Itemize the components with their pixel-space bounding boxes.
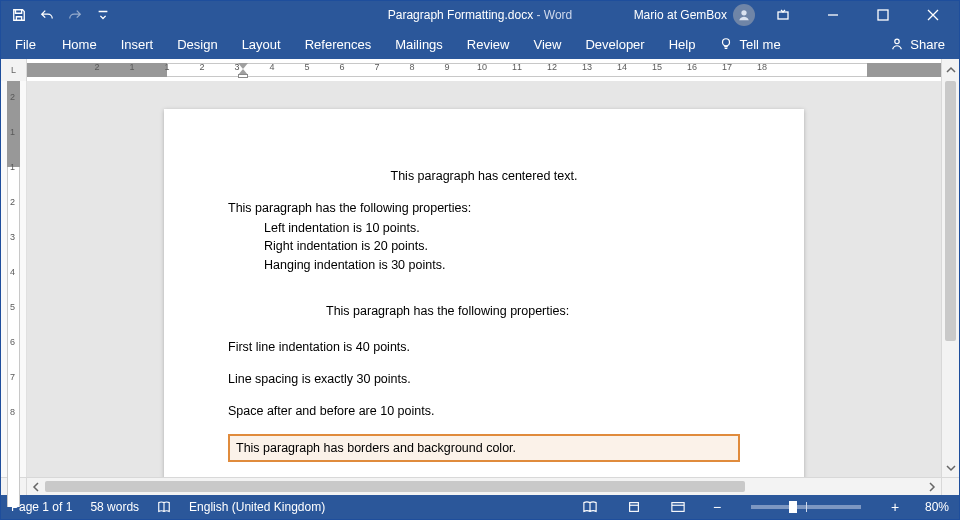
ruler-number: 11 [512,62,522,72]
ruler-number: 1 [10,162,15,172]
ruler-number: 9 [444,62,449,72]
ruler-number: 3 [10,232,15,242]
restore-button[interactable] [861,1,905,29]
zoom-out-button[interactable]: − [709,499,725,515]
ruler-number: 2 [10,92,15,102]
ruler-number: 4 [269,62,274,72]
ruler-number: 5 [10,302,15,312]
tab-help[interactable]: Help [657,29,708,59]
paragraph-left-indent[interactable]: Left indentation is 10 points. [228,219,740,237]
qat-customize-dropdown[interactable] [91,4,115,26]
ruler-number: 7 [10,372,15,382]
svg-rect-6 [672,503,684,512]
tab-developer[interactable]: Developer [573,29,656,59]
redo-button[interactable] [63,4,87,26]
tab-view[interactable]: View [521,29,573,59]
zoom-slider[interactable] [751,505,861,509]
word-count-status[interactable]: 58 words [90,500,139,514]
paragraph-right-indent[interactable]: Right indentation is 20 points. [228,237,740,255]
paragraph-props-intro[interactable]: This paragraph has the following propert… [228,199,740,217]
tell-me-search[interactable]: Tell me [707,29,792,59]
ruler-number: 6 [10,337,15,347]
spellcheck-status[interactable] [157,500,171,514]
scroll-up-button[interactable] [941,59,959,81]
lightbulb-icon [719,37,733,51]
scroll-left-button[interactable] [27,478,45,495]
zoom-level[interactable]: 80% [925,500,949,514]
svg-rect-1 [778,12,788,19]
tab-references[interactable]: References [293,29,383,59]
user-account[interactable]: Mario at GemBox [634,4,755,26]
zoom-slider-knob[interactable] [789,501,797,513]
paragraph-hanging-indent[interactable]: Hanging indentation is 30 points. [228,256,740,274]
paragraph-space-before-after[interactable]: Space after and before are 10 points. [228,402,740,420]
ruler-number: 17 [722,62,732,72]
ruler-number: 13 [582,62,592,72]
ruler-number: 1 [129,62,134,72]
minimize-button[interactable] [811,1,855,29]
scroll-right-button[interactable] [923,478,941,495]
page-number-status[interactable]: Page 1 of 1 [11,500,72,514]
vertical-scrollbar[interactable] [941,81,959,477]
ruler-number: 2 [10,197,15,207]
ruler-number: 8 [409,62,414,72]
ruler-number: 1 [164,62,169,72]
horizontal-scrollbar[interactable] [1,477,959,495]
undo-button[interactable] [35,4,59,26]
tab-file[interactable]: File [1,29,50,59]
save-button[interactable] [7,4,31,26]
user-name: Mario at GemBox [634,8,727,22]
tab-home[interactable]: Home [50,29,109,59]
ruler-number: 6 [339,62,344,72]
tab-design[interactable]: Design [165,29,229,59]
ruler-number: 5 [304,62,309,72]
horizontal-ruler[interactable]: 21123456789101112131415161718 [27,59,941,81]
print-layout-view-button[interactable] [621,497,647,517]
ruler-number: 15 [652,62,662,72]
svg-rect-2 [878,10,888,20]
ruler-number: 4 [10,267,15,277]
paragraph-firstline[interactable]: First line indentation is 40 points. [228,338,740,356]
language-status[interactable]: English (United Kingdom) [189,500,325,514]
ruler-number: 2 [94,62,99,72]
share-button[interactable]: Share [876,37,959,52]
ruler-number: 8 [10,407,15,417]
document-viewport[interactable]: This paragraph has centered text. This p… [27,81,941,477]
status-bar: Page 1 of 1 58 words English (United Kin… [1,495,959,519]
vertical-ruler[interactable]: 2112345678 [1,81,27,477]
ruler-number: 7 [374,62,379,72]
title-bar-right: Mario at GemBox [634,1,959,29]
paragraph-linespacing[interactable]: Line spacing is exactly 30 points. [228,370,740,388]
hscroll-thumb[interactable] [45,481,745,492]
paragraph-bordered[interactable]: This paragraph has borders and backgroun… [228,434,740,462]
scroll-down-button[interactable] [942,459,959,477]
svg-rect-5 [630,503,639,512]
ribbon-display-options-button[interactable] [761,1,805,29]
title-separator: - [533,8,544,22]
tab-layout[interactable]: Layout [230,29,293,59]
tab-mailings[interactable]: Mailings [383,29,455,59]
app-name: Word [544,8,572,22]
svg-point-4 [895,39,899,43]
tab-review[interactable]: Review [455,29,522,59]
body-row: 2112345678 This paragraph has centered t… [1,81,959,477]
indent-marker[interactable] [237,59,249,77]
hscroll-track[interactable] [45,478,923,495]
paragraph-centered[interactable]: This paragraph has centered text. [228,167,740,185]
zoom-in-button[interactable]: + [887,499,903,515]
close-button[interactable] [911,1,955,29]
read-mode-view-button[interactable] [577,497,603,517]
document-name: Paragraph Formatting.docx [388,8,533,22]
quick-access-toolbar [1,4,115,26]
tab-insert[interactable]: Insert [109,29,166,59]
ruler-number: 16 [687,62,697,72]
word-app-window: Paragraph Formatting.docx - Word Mario a… [0,0,960,520]
scrollbar-thumb[interactable] [945,81,956,341]
scrollbar-track[interactable] [942,81,959,459]
tab-selector[interactable]: L [1,59,27,81]
web-layout-view-button[interactable] [665,497,691,517]
paragraph-props-intro-2[interactable]: This paragraph has the following propert… [326,302,740,320]
svg-point-0 [741,10,746,15]
share-icon [890,37,904,51]
page[interactable]: This paragraph has centered text. This p… [164,109,804,477]
